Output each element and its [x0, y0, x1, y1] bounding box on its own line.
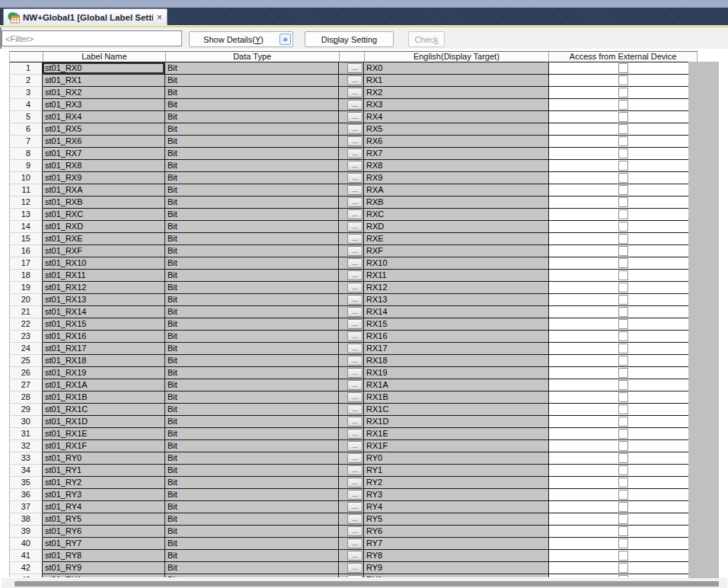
row-number[interactable]: 24 — [9, 343, 43, 355]
english-cell[interactable]: RYA — [364, 574, 549, 577]
access-checkbox[interactable] — [618, 453, 628, 463]
access-checkbox[interactable] — [618, 222, 628, 232]
data-type-browse-button[interactable]: ... — [347, 392, 362, 402]
data-type-browse-button[interactable]: ... — [347, 173, 362, 183]
data-type-cell[interactable]: Bit — [165, 294, 339, 306]
label-name-cell[interactable]: st01_RX2 — [43, 87, 165, 99]
data-type-browse-button[interactable]: ... — [347, 234, 362, 244]
english-cell[interactable]: RX5 — [364, 123, 549, 136]
data-type-browse-button[interactable]: ... — [347, 502, 362, 512]
row-number[interactable]: 20 — [9, 294, 43, 306]
data-type-cell[interactable]: Bit — [165, 148, 339, 160]
row-number[interactable]: 26 — [9, 367, 43, 379]
data-type-cell[interactable]: Bit — [165, 404, 339, 416]
data-type-browse-button[interactable]: ... — [347, 75, 362, 85]
access-checkbox[interactable] — [618, 63, 628, 73]
row-number[interactable]: 40 — [9, 538, 43, 550]
access-checkbox[interactable] — [618, 526, 628, 536]
english-cell[interactable]: RY1 — [364, 465, 549, 477]
label-name-cell[interactable]: st01_RY7 — [43, 538, 165, 550]
english-cell[interactable]: RX7 — [364, 148, 549, 160]
row-number[interactable]: 25 — [9, 355, 43, 367]
access-checkbox[interactable] — [618, 161, 628, 171]
access-checkbox[interactable] — [618, 356, 628, 366]
data-type-cell[interactable]: Bit — [165, 257, 339, 270]
data-type-browse-button[interactable]: ... — [347, 490, 362, 500]
data-type-browse-button[interactable]: ... — [347, 295, 362, 305]
english-cell[interactable]: RX4 — [364, 111, 549, 123]
data-type-cell[interactable]: Bit — [165, 477, 339, 489]
access-checkbox[interactable] — [618, 88, 628, 97]
data-type-browse-button[interactable]: ... — [347, 209, 362, 219]
check-button[interactable]: Check — [408, 31, 445, 47]
label-name-cell[interactable]: st01_RX3 — [43, 99, 165, 111]
english-cell[interactable]: RX9 — [364, 172, 549, 184]
row-number[interactable]: 23 — [9, 331, 43, 343]
english-cell[interactable]: RY5 — [364, 513, 549, 526]
row-number[interactable]: 4 — [9, 99, 43, 111]
data-type-browse-button[interactable]: ... — [347, 380, 362, 390]
label-name-cell[interactable]: st01_RX16 — [43, 331, 165, 343]
english-cell[interactable]: RY6 — [364, 526, 549, 538]
english-cell[interactable]: RXB — [364, 197, 549, 209]
access-checkbox[interactable] — [618, 441, 628, 451]
data-type-browse-button[interactable]: ... — [347, 222, 362, 232]
english-cell[interactable]: RX19 — [364, 367, 549, 379]
row-number[interactable]: 36 — [9, 489, 43, 501]
english-cell[interactable]: RXD — [364, 221, 549, 233]
data-type-browse-button[interactable]: ... — [347, 368, 362, 378]
data-type-browse-button[interactable]: ... — [347, 283, 362, 292]
data-type-browse-button[interactable]: ... — [347, 478, 362, 487]
row-number[interactable]: 12 — [9, 197, 43, 209]
label-name-cell[interactable]: st01_RY0 — [43, 452, 165, 465]
access-checkbox[interactable] — [618, 149, 628, 158]
row-number[interactable]: 28 — [9, 391, 43, 404]
data-type-cell[interactable]: Bit — [165, 197, 339, 209]
row-number[interactable]: 34 — [9, 465, 43, 477]
data-type-browse-button[interactable]: ... — [347, 270, 362, 280]
data-type-browse-button[interactable]: ... — [347, 185, 362, 195]
data-type-cell[interactable]: Bit — [165, 123, 339, 136]
access-checkbox[interactable] — [618, 465, 628, 475]
access-checkbox[interactable] — [618, 234, 628, 244]
access-checkbox[interactable] — [618, 563, 628, 573]
label-name-cell[interactable]: st01_RY5 — [43, 513, 165, 526]
label-name-cell[interactable]: st01_RY8 — [43, 550, 165, 562]
data-type-browse-button[interactable]: ... — [347, 526, 362, 536]
label-name-cell[interactable]: st01_RX1B — [43, 391, 165, 404]
data-type-cell[interactable]: Bit — [165, 306, 339, 318]
english-cell[interactable]: RXA — [364, 184, 549, 197]
english-cell[interactable]: RY4 — [364, 501, 549, 513]
english-header[interactable]: English(Display Target) — [365, 52, 550, 62]
access-checkbox[interactable] — [618, 319, 628, 329]
data-type-cell[interactable]: Bit — [165, 465, 339, 477]
access-checkbox[interactable] — [618, 112, 628, 122]
data-type-cell[interactable]: Bit — [165, 282, 339, 294]
data-type-browse-button[interactable]: ... — [347, 417, 362, 427]
data-type-cell[interactable]: Bit — [165, 111, 339, 123]
access-header[interactable]: Access from External Device — [549, 52, 698, 62]
english-cell[interactable]: RX1B — [364, 391, 549, 404]
english-cell[interactable]: RX8 — [364, 160, 549, 172]
access-checkbox[interactable] — [618, 75, 628, 85]
data-type-cell[interactable]: Bit — [165, 355, 339, 367]
label-name-cell[interactable]: st01_RXC — [43, 209, 165, 221]
data-type-browse-button[interactable]: ... — [347, 136, 362, 146]
label-name-cell[interactable]: st01_RX1 — [43, 75, 165, 87]
label-name-cell[interactable]: st01_RX4 — [43, 111, 165, 123]
row-number[interactable]: 37 — [9, 501, 43, 513]
data-type-cell[interactable]: Bit — [165, 221, 339, 233]
access-checkbox[interactable] — [618, 429, 628, 439]
access-checkbox[interactable] — [618, 283, 628, 292]
label-name-cell[interactable]: st01_RX11 — [43, 270, 165, 282]
data-type-cell[interactable]: Bit — [165, 452, 339, 465]
row-number[interactable]: 3 — [9, 87, 43, 99]
access-checkbox[interactable] — [618, 514, 628, 524]
chevron-double-right-icon[interactable]: » — [279, 34, 291, 45]
data-type-browse-button[interactable]: ... — [347, 429, 362, 439]
english-cell[interactable]: RX11 — [364, 270, 549, 282]
english-cell[interactable]: RY2 — [364, 477, 549, 489]
data-type-cell[interactable]: Bit — [165, 574, 339, 577]
horizontal-scrollbar-thumb[interactable] — [14, 581, 719, 586]
data-type-cell[interactable]: Bit — [165, 562, 339, 574]
